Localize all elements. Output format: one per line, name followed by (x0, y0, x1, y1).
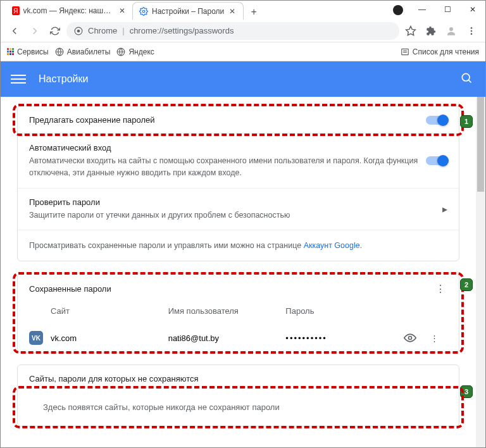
check-pwd-subtitle: Защитите пароли от утечки данных и други… (29, 209, 442, 221)
passwords-main-card: Предлагать сохранение паролей 1 Автомати… (17, 106, 459, 261)
close-icon[interactable]: ✕ (228, 7, 237, 16)
auto-login-title: Автоматический вход (29, 143, 426, 152)
apps-shortcut[interactable]: Сервисы (7, 47, 49, 56)
vertical-scrollbar[interactable] (476, 97, 485, 448)
minimize-button[interactable]: — (409, 1, 435, 18)
saved-passwords-header: Сохраненные пароли ⋮ (18, 273, 459, 300)
check-pwd-title: Проверить пароли (29, 197, 442, 207)
profile-button[interactable] (442, 22, 460, 40)
bookmark-label: Авиабилеты (67, 47, 111, 56)
omnibox-separator: | (122, 26, 124, 35)
auto-login-row[interactable]: Автоматический вход Автоматически входит… (18, 134, 459, 189)
new-tab-button[interactable]: + (246, 4, 261, 20)
reading-list-label: Список для чтения (413, 47, 479, 56)
google-acc-suffix: . (360, 241, 362, 250)
globe-icon (55, 47, 64, 56)
annotation-badge-1: 1 (460, 115, 473, 128)
search-button[interactable] (460, 72, 475, 87)
password-row-vk[interactable]: VK vk.com nati86@tut.by •••••••••• ⋮ (18, 323, 459, 352)
reveal-password-button[interactable] (403, 331, 417, 345)
never-saved-title: Сайты, пароли для которых не сохраняются (29, 374, 447, 383)
window-controls: — ☐ ✕ (409, 1, 485, 20)
page-title: Настройки (39, 73, 460, 85)
annotation-badge-2: 2 (460, 278, 473, 291)
menu-button[interactable] (463, 22, 480, 40)
back-button[interactable] (6, 22, 23, 40)
check-passwords-row[interactable]: Проверить пароли Защитите пароли от утеч… (18, 189, 459, 231)
offer-save-passwords-row[interactable]: Предлагать сохранение паролей 1 (18, 106, 459, 134)
close-window-button[interactable]: ✕ (460, 1, 485, 18)
google-account-row: Просматривать сохраненные пароли и управ… (18, 230, 459, 261)
svg-point-6 (471, 30, 473, 32)
scrollbar-thumb[interactable] (477, 97, 484, 192)
offer-save-toggle[interactable] (426, 116, 447, 125)
origin-label: Chrome (88, 26, 117, 35)
offer-save-title: Предлагать сохранение паролей (29, 115, 426, 125)
vk-site-icon: VK (29, 331, 43, 345)
account-indicator-icon[interactable] (393, 5, 403, 15)
chevron-right-icon: ▸ (442, 203, 447, 215)
passwords-table-header: Сайт Имя пользователя Пароль (18, 300, 459, 323)
annotation-badge-3: 3 (460, 385, 473, 398)
svg-point-2 (77, 29, 80, 32)
tab-strip: Я vk.com — Яндекс: нашлось 110 ✕ Настрой… (1, 1, 387, 20)
bookmarks-bar: Сервисы Авиабилеты Яндекс Список для чте… (1, 42, 485, 61)
saved-passwords-card: 2 Сохраненные пароли ⋮ Сайт Имя пользова… (17, 273, 459, 353)
google-account-link[interactable]: Аккаунт Google (304, 241, 360, 250)
col-user: Имя пользователя (168, 306, 286, 316)
extensions-button[interactable] (422, 22, 440, 40)
browser-toolbar: Chrome | chrome://settings/passwords (1, 20, 485, 42)
address-bar[interactable]: Chrome | chrome://settings/passwords (66, 22, 399, 40)
bookmark-label: Сервисы (17, 47, 49, 56)
password-site: vk.com (51, 333, 168, 343)
hamburger-menu-button[interactable] (11, 72, 26, 87)
apps-grid-icon (7, 48, 14, 55)
col-password: Пароль (285, 306, 403, 316)
never-saved-header: Сайты, пароли для которых не сохраняются (18, 365, 459, 389)
yandex-favicon-icon: Я (12, 6, 20, 15)
password-masked: •••••••••• (285, 333, 403, 343)
never-saved-card: 3 Сайты, пароли для которых не сохраняют… (17, 364, 459, 426)
chrome-settings-favicon-icon (139, 7, 148, 16)
auto-login-toggle[interactable] (426, 156, 447, 165)
window-titlebar: Я vk.com — Яндекс: нашлось 110 ✕ Настрой… (1, 1, 485, 20)
chrome-origin-icon (74, 27, 83, 35)
never-saved-empty-text: Здесь появятся сайты, которые никогда не… (18, 389, 459, 426)
password-row-more-button[interactable]: ⋮ (428, 332, 441, 344)
tab-label: vk.com — Яндекс: нашлось 110 (23, 6, 115, 15)
password-username: nati86@tut.by (168, 333, 286, 343)
url-path: chrome://settings/passwords (130, 26, 234, 35)
maximize-button[interactable]: ☐ (435, 1, 460, 18)
saved-passwords-more-button[interactable]: ⋮ (435, 282, 447, 295)
bookmark-aviasales[interactable]: Авиабилеты (55, 47, 111, 56)
settings-content: Предлагать сохранение паролей 1 Автомати… (1, 97, 476, 448)
bookmark-yandex[interactable]: Яндекс (116, 47, 154, 56)
svg-point-4 (449, 27, 453, 31)
reading-list-button[interactable]: Список для чтения (401, 47, 479, 56)
col-site: Сайт (51, 306, 168, 316)
saved-passwords-title: Сохраненные пароли (29, 284, 435, 294)
svg-line-14 (468, 80, 471, 82)
reload-button[interactable] (46, 22, 64, 40)
tab-settings-passwords[interactable]: Настройки – Пароли ✕ (132, 2, 244, 20)
auto-login-subtitle: Автоматически входить на сайты с помощью… (29, 155, 426, 179)
reading-list-icon (401, 47, 409, 56)
settings-header: Настройки (1, 61, 485, 97)
svg-point-7 (471, 33, 473, 35)
svg-point-15 (409, 337, 412, 340)
svg-marker-3 (406, 26, 416, 35)
tab-label: Настройки – Пароли (152, 7, 224, 16)
tab-yandex[interactable]: Я vk.com — Яндекс: нашлось 110 ✕ (6, 2, 132, 20)
svg-point-5 (471, 27, 473, 29)
forward-button[interactable] (26, 22, 44, 40)
bookmark-label: Яндекс (128, 47, 154, 56)
svg-point-0 (142, 10, 145, 13)
svg-point-13 (462, 73, 470, 81)
google-acc-prefix: Просматривать сохраненные пароли и управ… (29, 241, 304, 250)
globe-icon (116, 47, 125, 56)
close-icon[interactable]: ✕ (118, 6, 126, 15)
star-bookmark-button[interactable] (402, 22, 420, 40)
